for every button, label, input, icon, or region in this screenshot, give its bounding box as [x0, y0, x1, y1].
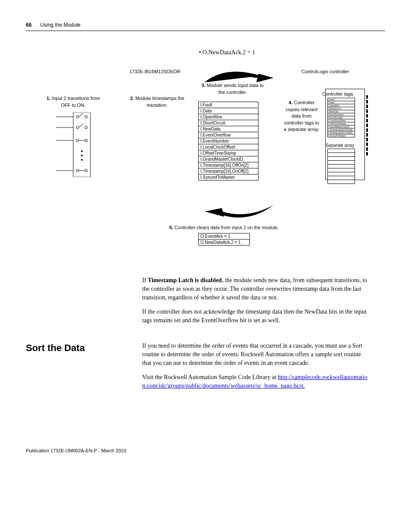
input-tag-cell: I.EventOverflow — [199, 132, 258, 138]
svg-point-14 — [81, 155, 83, 156]
svg-marker-20 — [256, 74, 274, 82]
step-4-num: 4. — [289, 100, 293, 105]
svg-point-6 — [76, 126, 79, 129]
svg-point-17 — [76, 169, 79, 172]
svg-line-8 — [79, 124, 83, 128]
svg-point-13 — [81, 151, 83, 152]
input-tag-cell: I.LocalClockOffset — [199, 144, 258, 150]
arrow-left-icon — [200, 203, 278, 224]
output-tags-table: O.EventAck = 1O.NewDataAck.2 = 1 — [198, 233, 250, 246]
input-tag-cell: I.Data — [199, 108, 258, 114]
io-module-icon — [52, 112, 112, 177]
separate-array-table — [327, 149, 355, 184]
output-tag-cell: O.EventAck = 1 — [199, 233, 250, 240]
sort-para-1: If you need to determine the order of ev… — [142, 342, 371, 367]
svg-point-2 — [76, 115, 79, 118]
step-2-num: 2. — [130, 96, 134, 101]
page-number: 66 — [26, 22, 31, 29]
input-tag-cell: I.OffsetTimeStamp — [199, 150, 258, 156]
svg-point-10 — [76, 139, 79, 142]
input-tag-cell: I.EventNumber — [199, 138, 258, 144]
svg-point-18 — [85, 169, 87, 172]
controller-label: ControlLogix controller — [302, 68, 349, 75]
page-header: 66 Using the Module — [26, 22, 385, 31]
sort-section: Sort the Data If you need to determine t… — [26, 342, 385, 396]
footer: Publication 1732E-UM002A-EN-P - March 20… — [26, 448, 385, 454]
step-5-num: 5. — [169, 225, 173, 230]
svg-marker-21 — [205, 208, 224, 217]
svg-point-3 — [85, 115, 87, 118]
step-1-num: 1. — [47, 96, 50, 101]
step-1: 1. Input 2 transitions from OFF to ON. — [43, 95, 103, 109]
step-5-text: Controller clears data from input 2 on t… — [174, 225, 279, 230]
input-tag-cell: I.Fault — [199, 102, 258, 108]
input-tag-cell: I.OpenWire — [199, 114, 258, 120]
input-tag-cell: I.ShortCircuit — [199, 120, 258, 126]
step-5: 5. Controller clears data from input 2 o… — [155, 224, 293, 231]
svg-rect-0 — [73, 112, 90, 177]
input-tag-cell: I.Timestamp[16].OffOn[2] — [199, 162, 258, 168]
module-label: 1732E-IB16M12SOEDR — [129, 68, 181, 75]
diagram: 1732E-IB16M12SOEDR ControlLogix controll… — [26, 65, 371, 263]
para-2: If the controller does not acknowledge t… — [142, 308, 371, 324]
step-4: 4. Controller copies relevant data from … — [282, 100, 321, 133]
input-tags-table: I.FaultI.DataI.OpenWireI.ShortCircuitI.N… — [198, 102, 258, 180]
side-bars-icon — [366, 95, 368, 157]
main-text: If Timestamp Latch is disabled, the modu… — [142, 276, 371, 324]
step-1-text: Input 2 transitions from OFF to ON. — [52, 96, 100, 107]
svg-point-15 — [81, 159, 83, 161]
controller-tags-heading: Controller tags — [322, 91, 353, 97]
separate-array-label: Separate array — [326, 143, 354, 149]
controller-tags-table: I.FaultI.DataI.OpenWireI.ShortCircuitI.N… — [327, 98, 355, 137]
section-heading: Sort the Data — [26, 342, 142, 396]
para-1: If Timestamp Latch is disabled, the modu… — [142, 276, 371, 302]
arrow-right-icon — [200, 67, 278, 86]
input-tag-cell: I.SyncedToMaster — [199, 174, 258, 180]
bullet-line: • O.NewDataAck.2 = 1 — [69, 48, 385, 57]
svg-line-4 — [79, 113, 83, 117]
svg-point-11 — [85, 139, 87, 142]
running-title: Using the Module — [40, 22, 80, 29]
sort-para-2: Visit the Rockwell Automation Sample Cod… — [142, 373, 371, 390]
input-tag-cell: I.Timestamp[16].OnOff[2] — [199, 168, 258, 174]
input-tag-cell: I.NewData — [199, 126, 258, 132]
step-2-text: Module timestamps the transition. — [135, 96, 184, 107]
svg-point-7 — [85, 126, 87, 129]
step-2: 2. Module timestamps the transition. — [127, 95, 187, 109]
input-tag-cell: I.GrandMasterClockID — [199, 156, 258, 162]
output-tag-cell: O.NewDataAck.2 = 1 — [199, 240, 250, 246]
